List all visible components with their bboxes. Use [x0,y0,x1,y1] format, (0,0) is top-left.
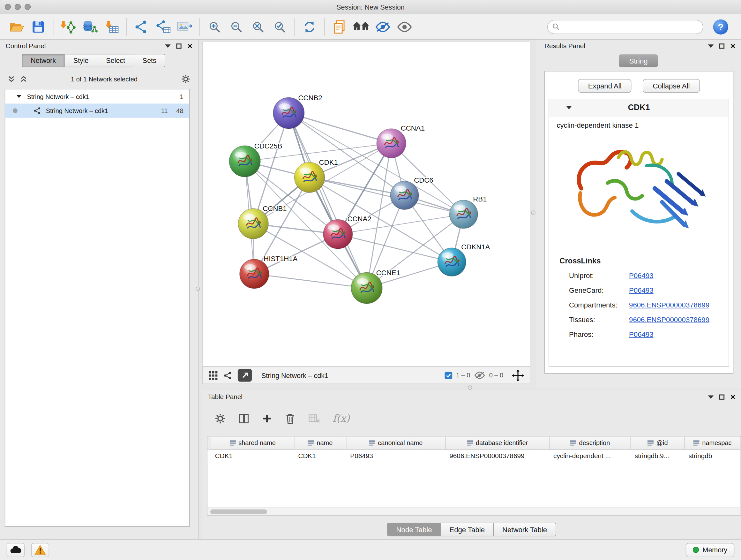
expand-all-icon[interactable] [20,75,27,83]
import-network-from-database-button[interactable] [79,16,100,38]
column-header-shared-name[interactable]: shared name [211,436,294,449]
close-panel-icon[interactable]: × [187,42,192,50]
table-cell[interactable]: stringdb:9... [631,450,685,463]
crosslink-link[interactable]: P06493 [629,268,654,283]
column-header-label: @id [657,439,668,446]
horizontal-scrollbar[interactable] [207,508,740,515]
panel-menu-icon[interactable] [708,44,714,48]
gear-icon[interactable] [181,74,191,84]
crosslink-link[interactable]: 9606.ENSP00000378699 [629,298,710,312]
collapse-all-button[interactable]: Collapse All [643,79,699,92]
import-table-from-file-button[interactable] [100,16,122,38]
node-label: CCNB1 [263,205,286,212]
memory-button[interactable]: Memory [685,543,734,557]
share-network-icon[interactable] [223,371,232,380]
vertical-splitter-handle[interactable] [196,287,200,291]
function-builder-button[interactable]: f(x) [333,413,350,424]
refresh-network-button[interactable] [299,16,320,38]
table-cell[interactable]: P06493 [346,450,446,463]
table-panel: Table Panel × f(x) shared namenamecanoni… [202,391,741,539]
horizontal-splitter-handle[interactable] [468,385,472,389]
open-session-button[interactable] [6,16,27,38]
tab-network[interactable]: Network [22,54,65,67]
tab-network-table[interactable]: Network Table [494,523,556,537]
delete-column-trash-icon[interactable] [284,413,296,425]
table-settings-gear-icon[interactable] [214,413,226,424]
cloud-status-button[interactable] [7,543,24,557]
cdk1-section-header[interactable]: CDK1 [549,99,729,116]
new-network-from-table-button[interactable] [152,16,174,38]
refresh-icon [302,19,317,34]
table-cell[interactable]: cyclin-dependent ... [549,450,631,463]
tab-edge-table[interactable]: Edge Table [441,523,494,537]
import-network-from-file-button[interactable] [57,16,79,38]
table-cell[interactable]: stringdb [685,450,741,463]
crosslink-link[interactable]: P06493 [629,283,654,298]
toolbar-search-field[interactable] [547,19,703,34]
zoom-out-button[interactable] [225,16,247,38]
show-columns-icon[interactable] [238,413,250,424]
column-type-icon [648,440,654,446]
help-button[interactable]: ? [710,16,731,38]
float-panel-icon[interactable] [177,44,182,49]
float-panel-icon[interactable] [720,44,725,49]
network-row-selected[interactable]: String Network – cdk1 11 48 [5,104,189,118]
float-panel-icon[interactable] [720,394,725,399]
home-button[interactable] [350,16,372,38]
selected-checkbox[interactable] [445,372,452,379]
crosslink-link[interactable]: P06493 [629,327,654,341]
network-edge[interactable] [289,113,391,143]
tab-sets[interactable]: Sets [134,54,165,67]
column-header-canonical-name[interactable]: canonical name [346,436,446,449]
panel-menu-icon[interactable] [165,44,171,48]
pan-crosshair-icon[interactable] [512,369,524,381]
new-network-button[interactable] [131,16,152,38]
close-panel-icon[interactable]: × [731,42,736,50]
column-header-database-identifier[interactable]: database identifier [446,436,549,449]
crosslink-link[interactable]: 9606.ENSP00000378699 [629,312,710,327]
network-collection-row[interactable]: String Network – cdk1 1 [5,89,189,104]
external-link-icon [241,372,248,379]
minimize-window-button[interactable] [15,4,21,10]
network-edge[interactable] [289,113,367,288]
close-window-button[interactable] [5,4,11,10]
column-header-namespac[interactable]: namespac [685,436,741,449]
open-documentation-button[interactable] [328,16,350,38]
crosslink-row: Uniprot: P06493 [549,268,729,283]
close-panel-icon[interactable]: × [731,393,736,401]
open-in-browser-button[interactable] [238,369,252,382]
hide-panels-button[interactable] [372,16,394,38]
vertical-splitter-handle[interactable] [531,210,535,214]
zoom-in-button[interactable] [204,16,225,38]
column-header--id[interactable]: @id [631,436,685,449]
birds-eye-view-icon[interactable] [208,371,218,380]
search-input[interactable] [562,22,698,31]
table-cell[interactable]: CDK1 [211,450,294,463]
table-cell[interactable]: CDK1 [294,450,347,463]
scrollbar-thumb[interactable] [210,509,267,514]
expand-all-button[interactable]: Expand All [578,79,631,92]
tree-expand-icon[interactable] [17,95,21,98]
table-cell[interactable]: 9606.ENSP00000378699 [446,450,549,463]
tab-string[interactable]: String [619,54,658,67]
warnings-button[interactable] [31,543,49,557]
tab-node-table[interactable]: Node Table [387,523,441,537]
export-network-image-button[interactable] [174,16,196,38]
zoom-fit-button[interactable] [247,16,269,38]
panel-menu-icon[interactable] [708,395,714,398]
tab-select[interactable]: Select [98,54,134,67]
save-session-button[interactable] [27,16,49,38]
column-header-description[interactable]: description [549,436,631,449]
table-row[interactable]: CDK1CDK1P064939606.ENSP00000378699cyclin… [207,450,740,463]
show-panels-button[interactable] [394,16,415,38]
network-edge[interactable] [254,274,367,288]
maximize-window-button[interactable] [24,4,30,10]
zoom-selected-button[interactable] [269,16,291,38]
network-view[interactable]: CCNB2CCNA1CDC25BCDK1CDC6RB1CCNB1CCNA2CDK… [202,42,530,367]
network-graph[interactable]: CCNB2CCNA1CDC25BCDK1CDC6RB1CCNB1CCNA2CDK… [203,42,531,367]
add-column-icon[interactable] [262,414,272,424]
collapse-section-icon[interactable] [566,106,572,109]
tab-style[interactable]: Style [65,54,98,67]
collapse-all-icon[interactable] [8,75,15,83]
column-header-name[interactable]: name [294,436,347,449]
